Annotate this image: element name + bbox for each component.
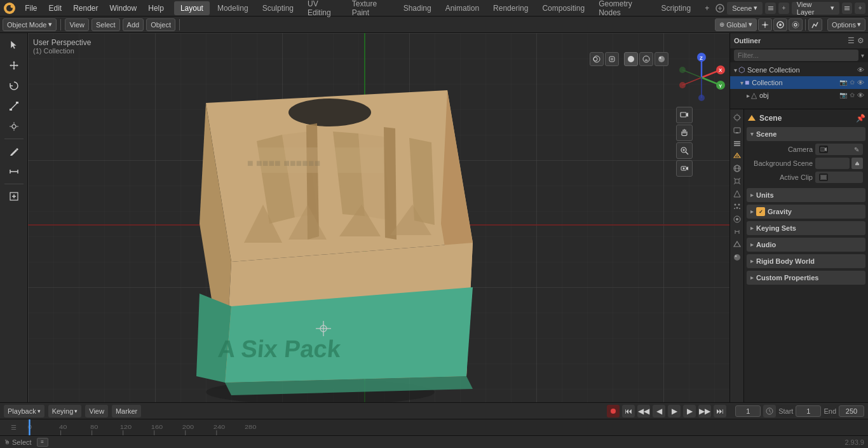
scale-tool[interactable] (3, 97, 25, 116)
prop-tab-scene[interactable] (731, 150, 743, 161)
scene-selector[interactable]: Scene ▾ (727, 2, 763, 15)
camera-view-btn[interactable] (676, 107, 693, 123)
cursor-tool[interactable] (3, 36, 25, 55)
edit-camera-btn[interactable]: ✎ (854, 146, 859, 153)
play-btn[interactable]: ▶ (668, 405, 681, 417)
tab-animation[interactable]: Animation (439, 1, 485, 15)
measure-tool[interactable] (3, 162, 25, 181)
prop-tab-material[interactable] (731, 252, 743, 263)
prop-tab-constraints[interactable] (731, 226, 743, 238)
prop-tab-view-layer[interactable] (731, 137, 743, 149)
add-object-tool[interactable] (3, 187, 25, 206)
next-frame-btn[interactable]: ▶▶ (698, 405, 711, 417)
camera-value[interactable]: ✎ (815, 144, 863, 155)
view-dropdown[interactable]: View (85, 405, 108, 417)
tab-shading[interactable]: Shading (397, 1, 438, 15)
scene-section-header[interactable]: ▾ Scene (747, 127, 865, 141)
outliner-settings-btn[interactable]: ⚙ (857, 36, 864, 45)
snap-btn[interactable] (773, 18, 787, 31)
tab-sculpting[interactable]: Sculpting (256, 1, 300, 15)
hand-tool-btn[interactable] (676, 125, 693, 141)
prev-frame-btn[interactable]: ◀◀ (637, 405, 650, 417)
object-menu-btn[interactable]: Object (146, 18, 175, 31)
audio-section-header[interactable]: ▸ Audio (747, 238, 865, 252)
prop-tab-world[interactable] (731, 163, 743, 174)
visibility-toggle-2[interactable]: 👁 (857, 92, 864, 99)
playback-dropdown[interactable]: Playback ▾ (4, 405, 44, 417)
marker-dropdown[interactable]: Marker (112, 405, 141, 417)
new-scene-btn[interactable]: + (778, 3, 789, 14)
file-menu[interactable]: File (20, 3, 42, 14)
pivot-center-btn[interactable] (758, 18, 772, 31)
prop-tab-particles[interactable] (731, 201, 743, 212)
tab-uv-editing[interactable]: UV Editing (301, 1, 344, 15)
new-view-layer-btn[interactable]: + (855, 3, 865, 14)
edit-menu[interactable]: Edit (43, 3, 67, 14)
render-menu[interactable]: Render (68, 3, 103, 14)
annotate-tool[interactable] (3, 142, 25, 161)
units-section-header[interactable]: ▸ Units (747, 188, 865, 202)
prev-keyframe-btn[interactable]: ◀ (653, 405, 665, 417)
prop-tab-object[interactable] (731, 175, 743, 187)
options-btn[interactable]: Options ▾ (827, 18, 865, 31)
status-context-btn[interactable]: ≡ (37, 438, 48, 447)
active-clip-value[interactable] (815, 172, 863, 183)
graph-btn[interactable] (808, 18, 822, 31)
gizmo-widget[interactable]: X Y Z (676, 52, 727, 103)
help-menu[interactable]: Help (143, 3, 169, 14)
view-layer-menu-btn[interactable] (842, 3, 853, 14)
visibility-toggle-0[interactable]: 👁 (857, 66, 864, 74)
tree-scene-collection[interactable]: ▾ ⬡ Scene Collection 👁 (730, 64, 868, 76)
keying-sets-header[interactable]: ▸ Keying Sets (747, 221, 865, 235)
transform-orientation[interactable]: ⊕ Global ▾ (715, 18, 757, 31)
add-menu-btn[interactable]: Add (123, 18, 144, 31)
overlay-btn[interactable] (590, 52, 604, 66)
view-layer-selector[interactable]: View Layer ▾ (792, 2, 839, 15)
solid-shade-btn[interactable] (624, 52, 638, 66)
tab-compositing[interactable]: Compositing (536, 1, 591, 15)
window-menu[interactable]: Window (105, 3, 142, 14)
jump-start-btn[interactable]: ⏮ (622, 405, 635, 417)
restrict-select-1[interactable]: ✩ (850, 79, 855, 86)
zoom-btn[interactable] (676, 142, 693, 159)
prop-tab-output[interactable] (731, 125, 743, 136)
filter-icon[interactable]: ▾ (861, 52, 864, 59)
material-shade-btn[interactable] (639, 52, 653, 66)
gravity-checkbox[interactable]: ✓ (756, 207, 765, 216)
add-workspace-btn[interactable]: + (698, 1, 715, 15)
frame-clock-btn[interactable] (763, 405, 776, 417)
restrict-render-1[interactable]: 📷 (839, 79, 847, 86)
timeline-area[interactable]: ☰ 0 40 80 120 160 200 240 280 (0, 419, 868, 435)
record-btn[interactable] (607, 405, 620, 417)
transform-tool[interactable] (3, 117, 25, 136)
timeline-track[interactable]: 0 40 80 120 160 200 240 280 (28, 419, 868, 435)
object-mode-dropdown[interactable]: Object Mode ▾ (3, 18, 57, 31)
start-frame-input[interactable] (796, 405, 821, 417)
scene-camera-btn[interactable] (676, 160, 693, 177)
visibility-toggle-1[interactable]: 👁 (857, 79, 864, 86)
tab-rendering[interactable]: Rendering (487, 1, 534, 15)
view-menu-btn[interactable]: View (65, 18, 89, 31)
pin-btn[interactable]: 📌 (856, 114, 865, 123)
tree-obj[interactable]: ▸ △ obj 📷 ✩ 👁 (730, 89, 868, 102)
tab-modeling[interactable]: Modeling (211, 1, 255, 15)
prop-tab-data[interactable] (731, 239, 743, 250)
rotate-tool[interactable] (3, 76, 25, 95)
rigid-body-header[interactable]: ▸ Rigid Body World (747, 254, 865, 268)
restrict-render-2[interactable]: 📷 (839, 92, 847, 99)
current-frame-input[interactable] (735, 405, 761, 417)
render-shade-btn[interactable] (654, 52, 668, 66)
custom-props-header[interactable]: ▸ Custom Properties (747, 271, 865, 285)
tree-collection[interactable]: ▾ ■ Collection 📷 ✩ 👁 (730, 76, 868, 89)
bg-scene-pick-btn[interactable] (851, 158, 863, 169)
outliner-filter-btn[interactable]: ☰ (848, 36, 855, 45)
outliner-search-input[interactable] (734, 50, 858, 61)
tab-geometry-nodes[interactable]: Geometry Nodes (592, 1, 653, 15)
restrict-select-2[interactable]: ✩ (850, 92, 855, 99)
tab-texture-paint[interactable]: Texture Paint (346, 1, 396, 15)
keying-dropdown[interactable]: Keying ▾ (48, 405, 82, 417)
prop-tab-modifier[interactable] (731, 188, 743, 200)
prop-tab-physics[interactable] (731, 214, 743, 225)
end-frame-input[interactable] (839, 405, 864, 417)
xray-btn[interactable] (605, 52, 619, 66)
